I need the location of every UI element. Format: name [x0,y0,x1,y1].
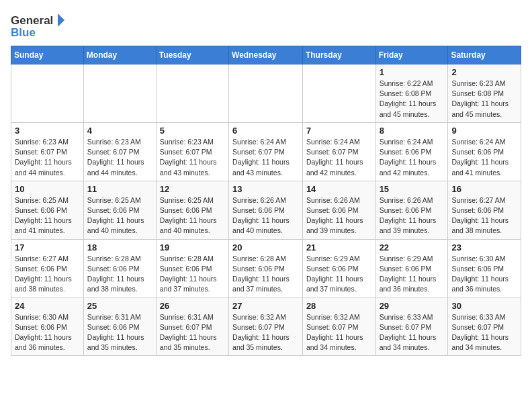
calendar-cell: 28Sunrise: 6:32 AMSunset: 6:07 PMDayligh… [302,298,375,356]
calendar-cell: 4Sunrise: 6:23 AMSunset: 6:07 PMDaylight… [83,122,156,181]
svg-text:General: General [11,14,53,27]
calendar-cell: 20Sunrise: 6:28 AMSunset: 6:06 PMDayligh… [229,239,303,298]
calendar-cell: 25Sunrise: 6:31 AMSunset: 6:06 PMDayligh… [83,298,156,356]
day-number: 24 [15,301,80,311]
week-row-2: 3Sunrise: 6:23 AMSunset: 6:07 PMDaylight… [11,122,521,181]
weekday-header-tuesday: Tuesday [156,46,228,64]
day-info: Sunrise: 6:23 AMSunset: 6:07 PMDaylight:… [15,137,80,178]
calendar-cell: 12Sunrise: 6:25 AMSunset: 6:06 PMDayligh… [156,181,228,239]
calendar-cell: 10Sunrise: 6:25 AMSunset: 6:06 PMDayligh… [11,181,84,239]
day-number: 19 [160,242,225,253]
day-info: Sunrise: 6:23 AMSunset: 6:07 PMDaylight:… [87,137,152,178]
day-number: 5 [160,126,225,136]
calendar-cell [11,64,84,123]
day-info: Sunrise: 6:24 AMSunset: 6:06 PMDaylight:… [451,137,517,178]
calendar-cell: 16Sunrise: 6:27 AMSunset: 6:06 PMDayligh… [448,181,521,239]
calendar-cell: 22Sunrise: 6:29 AMSunset: 6:06 PMDayligh… [375,239,448,298]
day-info: Sunrise: 6:26 AMSunset: 6:06 PMDaylight:… [380,195,445,236]
day-number: 17 [15,242,80,253]
day-info: Sunrise: 6:24 AMSunset: 6:07 PMDaylight:… [306,137,372,178]
calendar-cell: 14Sunrise: 6:26 AMSunset: 6:06 PMDayligh… [302,181,375,239]
day-number: 4 [87,126,152,136]
day-number: 11 [87,184,152,194]
day-info: Sunrise: 6:30 AMSunset: 6:06 PMDaylight:… [451,254,517,295]
svg-marker-2 [58,13,64,27]
calendar-cell: 2Sunrise: 6:23 AMSunset: 6:08 PMDaylight… [448,64,521,123]
calendar-cell: 15Sunrise: 6:26 AMSunset: 6:06 PMDayligh… [375,181,448,239]
day-info: Sunrise: 6:28 AMSunset: 6:06 PMDaylight:… [232,254,299,295]
day-number: 28 [306,301,372,311]
day-number: 13 [232,184,299,194]
calendar-cell: 17Sunrise: 6:27 AMSunset: 6:06 PMDayligh… [11,239,84,298]
day-info: Sunrise: 6:29 AMSunset: 6:06 PMDaylight:… [306,254,372,295]
day-info: Sunrise: 6:24 AMSunset: 6:07 PMDaylight:… [232,137,299,178]
day-info: Sunrise: 6:32 AMSunset: 6:07 PMDaylight:… [306,312,372,353]
calendar-cell: 11Sunrise: 6:25 AMSunset: 6:06 PMDayligh… [83,181,156,239]
calendar-cell [229,64,303,123]
day-info: Sunrise: 6:22 AMSunset: 6:08 PMDaylight:… [380,79,445,120]
calendar-table: SundayMondayTuesdayWednesdayThursdayFrid… [11,46,521,356]
weekday-header-saturday: Saturday [448,46,521,64]
weekday-header-monday: Monday [83,46,156,64]
day-number: 18 [87,242,152,253]
calendar-cell: 23Sunrise: 6:30 AMSunset: 6:06 PMDayligh… [448,239,521,298]
day-info: Sunrise: 6:27 AMSunset: 6:06 PMDaylight:… [451,195,517,236]
calendar-cell: 26Sunrise: 6:31 AMSunset: 6:07 PMDayligh… [156,298,228,356]
day-info: Sunrise: 6:25 AMSunset: 6:06 PMDaylight:… [160,195,225,236]
calendar-cell: 29Sunrise: 6:33 AMSunset: 6:07 PMDayligh… [375,298,448,356]
day-info: Sunrise: 6:33 AMSunset: 6:07 PMDaylight:… [451,312,517,353]
weekday-header-wednesday: Wednesday [229,46,303,64]
calendar-cell: 24Sunrise: 6:30 AMSunset: 6:06 PMDayligh… [11,298,84,356]
week-row-3: 10Sunrise: 6:25 AMSunset: 6:06 PMDayligh… [11,181,521,239]
day-number: 8 [380,126,445,136]
day-number: 27 [232,301,299,311]
day-number: 20 [232,242,299,253]
calendar-cell: 1Sunrise: 6:22 AMSunset: 6:08 PMDaylight… [375,64,448,123]
calendar-cell: 5Sunrise: 6:23 AMSunset: 6:07 PMDaylight… [156,122,228,181]
day-number: 16 [451,184,517,194]
day-info: Sunrise: 6:26 AMSunset: 6:06 PMDaylight:… [232,195,299,236]
calendar-cell: 27Sunrise: 6:32 AMSunset: 6:07 PMDayligh… [229,298,303,356]
day-number: 26 [160,301,225,311]
calendar-cell: 21Sunrise: 6:29 AMSunset: 6:06 PMDayligh… [302,239,375,298]
day-info: Sunrise: 6:33 AMSunset: 6:07 PMDaylight:… [380,312,445,353]
day-number: 3 [15,126,80,136]
calendar-cell: 9Sunrise: 6:24 AMSunset: 6:06 PMDaylight… [448,122,521,181]
day-number: 30 [451,301,517,311]
day-info: Sunrise: 6:31 AMSunset: 6:07 PMDaylight:… [160,312,225,353]
calendar-cell: 8Sunrise: 6:24 AMSunset: 6:06 PMDaylight… [375,122,448,181]
day-number: 6 [232,126,299,136]
calendar-cell [83,64,156,123]
day-info: Sunrise: 6:26 AMSunset: 6:06 PMDaylight:… [306,195,372,236]
day-info: Sunrise: 6:31 AMSunset: 6:06 PMDaylight:… [87,312,152,353]
calendar-cell [156,64,228,123]
day-number: 22 [380,242,445,253]
calendar-cell: 6Sunrise: 6:24 AMSunset: 6:07 PMDaylight… [229,122,303,181]
day-info: Sunrise: 6:25 AMSunset: 6:06 PMDaylight:… [87,195,152,236]
svg-text:Blue: Blue [11,26,36,39]
general-blue-logo-icon: GeneralBlue [11,11,64,40]
day-info: Sunrise: 6:27 AMSunset: 6:06 PMDaylight:… [15,254,80,295]
weekday-header-sunday: Sunday [11,46,84,64]
day-info: Sunrise: 6:28 AMSunset: 6:06 PMDaylight:… [87,254,152,295]
calendar-cell: 7Sunrise: 6:24 AMSunset: 6:07 PMDaylight… [302,122,375,181]
logo: GeneralBlue [11,11,64,40]
calendar-cell: 13Sunrise: 6:26 AMSunset: 6:06 PMDayligh… [229,181,303,239]
day-number: 1 [380,67,445,77]
day-number: 21 [306,242,372,253]
day-number: 12 [160,184,225,194]
day-info: Sunrise: 6:29 AMSunset: 6:06 PMDaylight:… [380,254,445,295]
day-info: Sunrise: 6:23 AMSunset: 6:08 PMDaylight:… [451,79,517,120]
week-row-5: 24Sunrise: 6:30 AMSunset: 6:06 PMDayligh… [11,298,521,356]
day-number: 15 [380,184,445,194]
day-number: 29 [380,301,445,311]
day-info: Sunrise: 6:30 AMSunset: 6:06 PMDaylight:… [15,312,80,353]
week-row-1: 1Sunrise: 6:22 AMSunset: 6:08 PMDaylight… [11,64,521,123]
calendar-cell: 19Sunrise: 6:28 AMSunset: 6:06 PMDayligh… [156,239,228,298]
calendar-cell: 30Sunrise: 6:33 AMSunset: 6:07 PMDayligh… [448,298,521,356]
calendar-cell [302,64,375,123]
day-info: Sunrise: 6:23 AMSunset: 6:07 PMDaylight:… [160,137,225,178]
calendar-cell: 3Sunrise: 6:23 AMSunset: 6:07 PMDaylight… [11,122,84,181]
day-info: Sunrise: 6:25 AMSunset: 6:06 PMDaylight:… [15,195,80,236]
day-info: Sunrise: 6:28 AMSunset: 6:06 PMDaylight:… [160,254,225,295]
